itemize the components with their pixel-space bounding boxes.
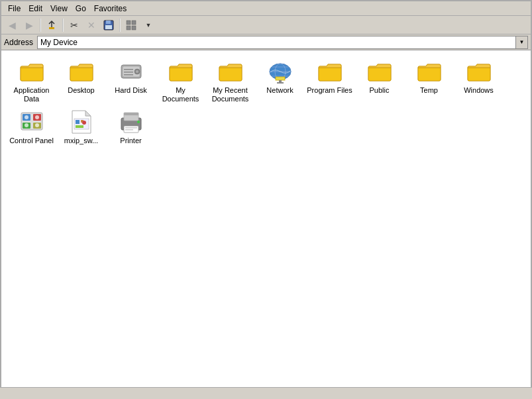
svg-rect-2 xyxy=(106,21,111,24)
svg-marker-34 xyxy=(85,111,91,116)
content-area: Application Data Desktop Hard Disk My Do… xyxy=(1,50,531,399)
svg-point-45 xyxy=(137,121,140,123)
toolbar: ◀ ▶ ✂ ✕ ▼ xyxy=(1,16,531,34)
toolbar-separator-1 xyxy=(40,19,41,32)
windows-img xyxy=(466,58,492,85)
svg-point-30 xyxy=(35,115,39,119)
address-label: Address xyxy=(4,38,33,47)
application-data-img xyxy=(19,58,45,85)
public-img xyxy=(366,58,393,85)
hard-disk-img xyxy=(118,58,144,85)
desktop-label: Desktop xyxy=(68,86,94,95)
printer-icon[interactable]: Printer xyxy=(106,106,156,148)
svg-rect-46 xyxy=(124,113,138,115)
public-icon[interactable]: Public xyxy=(354,56,404,106)
my-recent-documents-icon[interactable]: My Recent Documents xyxy=(205,56,255,106)
control-panel-icon[interactable]: Control Panel xyxy=(7,106,56,148)
network-img xyxy=(267,58,293,85)
svg-rect-7 xyxy=(132,26,136,30)
svg-rect-13 xyxy=(124,72,133,73)
network-icon[interactable]: Network xyxy=(255,56,305,106)
menu-file[interactable]: File xyxy=(4,3,25,15)
svg-point-29 xyxy=(25,115,28,119)
menu-view[interactable]: View xyxy=(46,3,72,15)
hard-disk-icon[interactable]: Hard Disk xyxy=(106,56,156,106)
svg-rect-12 xyxy=(124,69,133,70)
windows-icon[interactable]: Windows xyxy=(454,56,504,106)
svg-rect-5 xyxy=(132,21,136,25)
forward-button[interactable]: ▶ xyxy=(21,18,37,32)
windows-label: Windows xyxy=(464,86,494,95)
application-data-icon[interactable]: Application Data xyxy=(7,56,56,106)
toolbar-separator-3 xyxy=(119,19,121,32)
menu-favorites[interactable]: Favorites xyxy=(90,3,131,15)
toolbar-separator-2 xyxy=(62,19,64,32)
svg-rect-4 xyxy=(127,21,131,25)
desktop-img xyxy=(68,58,95,85)
application-data-label: Application Data xyxy=(8,86,55,103)
control-panel-label: Control Panel xyxy=(9,137,54,145)
up-button[interactable] xyxy=(44,18,60,32)
svg-rect-23 xyxy=(277,82,284,84)
desktop-icon[interactable]: Desktop xyxy=(56,56,106,106)
svg-point-31 xyxy=(25,123,28,127)
address-dropdown-button[interactable]: ▼ xyxy=(516,36,528,49)
menu-go[interactable]: Go xyxy=(72,3,90,15)
menu-edit[interactable]: Edit xyxy=(25,3,46,15)
address-bar: Address ▼ xyxy=(1,34,531,50)
svg-rect-6 xyxy=(127,26,131,30)
my-documents-label: My Documents xyxy=(157,86,204,103)
svg-rect-22 xyxy=(279,80,282,82)
svg-point-32 xyxy=(35,123,39,127)
program-files-img xyxy=(317,58,343,85)
menubar: File Edit View Go Favorites xyxy=(1,1,531,16)
my-documents-img xyxy=(168,58,194,85)
svg-rect-43 xyxy=(125,127,137,129)
save-button[interactable] xyxy=(101,18,117,32)
temp-img xyxy=(416,58,443,85)
svg-rect-38 xyxy=(76,125,83,128)
cut-button[interactable]: ✂ xyxy=(66,18,82,32)
temp-icon[interactable]: Temp xyxy=(404,56,454,106)
temp-label: Temp xyxy=(420,86,438,95)
mxip-sw-icon[interactable]: mxip_sw... xyxy=(56,106,106,148)
svg-rect-44 xyxy=(125,129,133,131)
view-button[interactable] xyxy=(123,18,139,32)
svg-rect-3 xyxy=(105,25,112,29)
program-files-label: Program Files xyxy=(307,86,352,95)
program-files-icon[interactable]: Program Files xyxy=(305,56,354,106)
delete-button[interactable]: ✕ xyxy=(83,18,99,32)
printer-img xyxy=(118,109,144,135)
public-label: Public xyxy=(370,86,390,95)
back-button[interactable]: ◀ xyxy=(4,18,20,32)
mxip-sw-img xyxy=(68,109,95,135)
my-recent-documents-img xyxy=(217,58,244,85)
network-label: Network xyxy=(266,86,293,95)
mxip-sw-label: mxip_sw... xyxy=(64,137,98,145)
statusbar xyxy=(0,387,532,399)
svg-rect-14 xyxy=(124,74,133,76)
view-arrow-button[interactable]: ▼ xyxy=(140,18,156,32)
svg-rect-36 xyxy=(76,120,80,124)
address-input[interactable] xyxy=(37,36,516,49)
printer-label: Printer xyxy=(120,137,141,145)
hard-disk-label: Hard Disk xyxy=(115,86,146,95)
svg-point-39 xyxy=(82,121,86,125)
control-panel-img xyxy=(19,109,45,135)
svg-rect-21 xyxy=(276,77,285,80)
my-documents-icon[interactable]: My Documents xyxy=(156,56,205,106)
my-recent-documents-label: My Recent Documents xyxy=(207,86,254,103)
svg-rect-0 xyxy=(49,27,54,29)
svg-point-11 xyxy=(136,70,138,73)
